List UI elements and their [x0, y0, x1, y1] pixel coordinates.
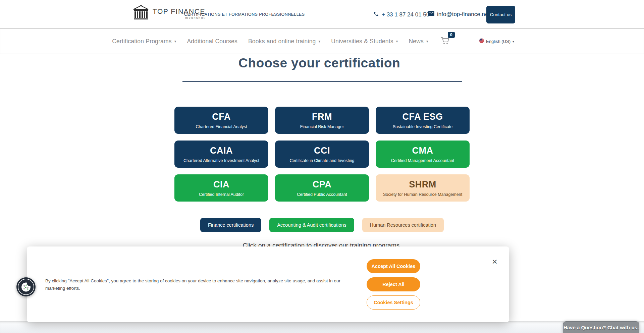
header-email-link[interactable]: info@top-finance.net [428, 11, 490, 18]
header-phone-link[interactable]: + 33 1 87 24 01 50 [373, 11, 429, 18]
filter-finance-button[interactable]: Finance certifications [200, 218, 261, 232]
card-name: Certificate in Climate and Investing [289, 158, 354, 163]
nav-item-additional-courses[interactable]: Additional Courses [187, 38, 237, 45]
mail-icon [428, 11, 434, 18]
site-subtitle: CERTIFICATIONS ET FORMATIONS PROFESSIONN… [184, 12, 305, 17]
card-frm[interactable]: FRM Financial Risk Manager [275, 107, 369, 134]
nav-item-universities-students[interactable]: Universities & Students ▾ [331, 38, 398, 45]
language-selector[interactable]: English (US) ▾ [479, 39, 514, 44]
nav-items: Certification Programs ▾ Additional Cour… [0, 29, 561, 54]
card-shrm[interactable]: SHRM Society for Human Resource Manageme… [376, 174, 470, 202]
nav-item-label: Certification Programs [112, 38, 172, 45]
main-nav: Certification Programs ▾ Additional Cour… [0, 29, 644, 54]
stat-value: 2014 [444, 329, 480, 333]
cookie-preferences-button[interactable] [16, 277, 36, 296]
card-acronym: CPA [313, 179, 332, 190]
title-divider [182, 81, 462, 82]
close-icon[interactable]: ✕ [492, 258, 498, 266]
chevron-down-icon: ▾ [396, 39, 398, 44]
card-cfa[interactable]: CFA Chartered Financial Analyst [174, 107, 268, 134]
phone-icon [373, 11, 379, 18]
cookie-icon [16, 292, 36, 297]
card-cma[interactable]: CMA Certified Management Accountant [376, 141, 470, 168]
card-name: Certified Internal Auditor [199, 192, 244, 197]
stat-value: 90% [354, 329, 386, 333]
cart-count-badge: 0 [448, 32, 455, 38]
nav-item-label: Additional Courses [187, 38, 237, 45]
card-name: Financial Risk Manager [300, 124, 344, 129]
cookie-consent-banner: ✕ By clicking "Accept All Cookies", you … [27, 246, 509, 322]
chat-launcher-label: Have a Question? Chat with us. [564, 325, 639, 330]
reject-all-button[interactable]: Reject All [367, 277, 420, 291]
card-caia[interactable]: CAIA Chartered Alternative Investment An… [174, 141, 268, 168]
card-name: Certified Management Accountant [391, 158, 454, 163]
card-name: Chartered Financial Analyst [196, 124, 247, 129]
page-title: Choose your certification [0, 56, 639, 70]
card-name: Society for Human Resource Management [383, 192, 462, 197]
certification-grid: CFA Chartered Financial Analyst FRM Fina… [174, 107, 470, 202]
header-email-address: info@top-finance.net [437, 11, 490, 18]
category-filters: Finance certifications Accounting & Audi… [0, 218, 644, 232]
nav-item-label: News [409, 38, 424, 45]
stats-section: 45 500 90% 2014 [0, 321, 644, 333]
stat-value: 500 [258, 329, 285, 333]
card-cfa-esg[interactable]: CFA ESG Sustainable Investing Certificat… [376, 107, 470, 134]
page: TOP FINANCE moonshot CERTIFICATIONS ET F… [0, 0, 644, 333]
contact-us-button[interactable]: Contact us [486, 6, 515, 23]
card-acronym: FRM [312, 112, 332, 122]
chevron-down-icon: ▾ [319, 39, 321, 44]
card-name: Certified Public Accountant [297, 192, 347, 197]
chevron-down-icon: ▾ [426, 39, 428, 44]
card-cia[interactable]: CIA Certified Internal Auditor [174, 174, 268, 202]
bank-building-icon [132, 5, 150, 21]
nav-item-label: Universities & Students [331, 38, 393, 45]
card-name: Chartered Alternative Investment Analyst [183, 158, 259, 163]
card-acronym: CFA ESG [402, 112, 443, 122]
cart-button[interactable]: 0 [440, 37, 449, 46]
card-acronym: CMA [412, 146, 433, 156]
chevron-down-icon: ▾ [174, 39, 176, 44]
card-acronym: CCI [314, 146, 330, 156]
cookies-settings-button[interactable]: Cookies Settings [367, 295, 420, 310]
accept-all-cookies-button[interactable]: Accept All Cookies [367, 259, 420, 273]
filter-accounting-audit-button[interactable]: Accounting & Audit certifications [269, 218, 354, 232]
card-acronym: SHRM [409, 179, 436, 190]
cookie-buttons: Accept All Cookies Reject All Cookies Se… [367, 259, 420, 310]
nav-item-certification-programs[interactable]: Certification Programs ▾ [112, 38, 176, 45]
card-cci[interactable]: CCI Certificate in Climate and Investing [275, 141, 369, 168]
nav-item-label: Books and online training [248, 38, 316, 45]
nav-item-books-online-training[interactable]: Books and online training ▾ [248, 38, 320, 45]
stat-value: 45 [165, 329, 183, 333]
nav-item-news[interactable]: News ▾ [409, 38, 428, 45]
header-phone-number: + 33 1 87 24 01 50 [382, 11, 429, 18]
cookie-message: By clicking "Accept All Cookies", you ag… [45, 277, 349, 292]
chat-launcher[interactable]: Have a Question? Chat with us. [563, 321, 639, 333]
card-cpa[interactable]: CPA Certified Public Accountant [275, 174, 369, 202]
chevron-down-icon: ▾ [513, 40, 514, 43]
card-acronym: CAIA [210, 146, 233, 156]
card-acronym: CFA [212, 112, 231, 122]
filter-human-resources-button[interactable]: Human Resources certification [362, 218, 444, 232]
cart-icon [440, 39, 449, 46]
us-flag-icon [479, 39, 484, 44]
language-label: English (US) [486, 39, 511, 44]
top-header: TOP FINANCE moonshot CERTIFICATIONS ET F… [0, 0, 644, 29]
card-acronym: CIA [213, 179, 229, 190]
card-name: Sustainable Investing Certificate [393, 124, 453, 129]
